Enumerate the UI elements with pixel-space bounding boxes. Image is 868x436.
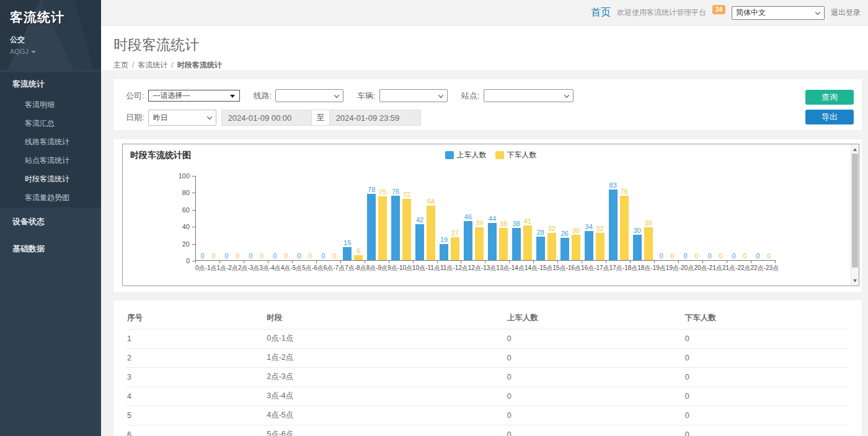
bar-group: 2832 — [534, 176, 558, 260]
x-axis-label: 6点-7点 — [324, 264, 345, 272]
bar-up: 19 — [440, 244, 448, 260]
scroll-up-arrow[interactable] — [851, 145, 859, 154]
bar-value: 0 — [321, 252, 325, 259]
vehicle-label: 车辆: — [357, 90, 376, 102]
bar-down: 32 — [547, 233, 556, 260]
axis-tick — [268, 261, 293, 263]
bar-group: 00 — [679, 176, 703, 260]
y-axis-label: 60 — [167, 206, 190, 214]
x-axis-label: 18点-19点 — [637, 264, 666, 272]
x-axis-label: 20点-21点 — [694, 264, 722, 272]
bar-value: 0 — [284, 252, 288, 259]
table-cell: 0点-1点 — [265, 329, 505, 349]
welcome-text: 欢迎使用客流统计管理平台 — [617, 7, 706, 18]
logout-link[interactable]: 退出登录 — [831, 7, 861, 18]
line-select[interactable] — [275, 89, 343, 102]
bar-value: 0 — [743, 252, 746, 259]
breadcrumb-separator: / — [171, 61, 173, 69]
date-preset-select[interactable]: 昨日 — [148, 110, 216, 126]
user-dropdown[interactable]: AQGJ — [10, 48, 91, 55]
y-axis-label: 0 — [167, 257, 190, 264]
table-cell: 1点-2点 — [265, 349, 505, 368]
chart-title: 时段车流统计图 — [130, 150, 191, 161]
axis-tick — [655, 261, 679, 263]
table-header-cell: 序号 — [126, 308, 265, 329]
bar-up: 38 — [512, 228, 521, 260]
bar-value: 0 — [236, 252, 239, 259]
sidebar-item-section[interactable]: 基础数据 — [0, 236, 101, 262]
scroll-down-arrow[interactable] — [851, 276, 859, 285]
bar-value: 0 — [308, 252, 312, 259]
table-row: 21点-2点00 — [126, 349, 849, 368]
bar-value: 32 — [548, 225, 556, 232]
axis-tick — [192, 227, 195, 227]
date-end-input[interactable]: 2024-01-09 23:59 — [329, 110, 421, 126]
station-filter: 站点: — [461, 89, 574, 102]
x-axis-label: 17点-18点 — [609, 264, 638, 272]
table-cell: 1 — [126, 329, 265, 349]
triangle-down-icon — [230, 95, 235, 98]
bar-value: 0 — [707, 252, 711, 259]
bar-group: 00 — [655, 176, 679, 260]
table-cell: 0 — [506, 425, 684, 436]
bar-down: 39 — [475, 227, 484, 260]
table-cell: 0 — [684, 349, 849, 368]
date-label: 日期: — [126, 112, 144, 123]
station-select[interactable] — [484, 89, 574, 102]
bar-value: 30 — [634, 227, 641, 234]
axis-tick — [192, 261, 195, 261]
chart-box: 时段车流统计图 上车人数 下车人数 0000000000001567875767… — [122, 144, 859, 286]
bar-value: 0 — [671, 252, 675, 259]
bar-up: 26 — [560, 238, 569, 260]
date-start-input[interactable]: 2024-01-09 00:00 — [221, 110, 312, 126]
sidebar-item-link[interactable]: 站点客流统计 — [0, 152, 101, 170]
table-row: 54点-5点00 — [126, 406, 849, 425]
sidebar-nav: 客流统计客流明细客流汇总线路客流统计站点客流统计时段客流统计客流量趋势图设备状态… — [0, 72, 101, 262]
axis-tick — [703, 261, 727, 263]
bar-value: 0 — [211, 252, 215, 259]
chevron-down-icon — [206, 115, 211, 120]
sidebar-item-section[interactable]: 客流统计 — [0, 72, 101, 96]
breadcrumb: 主页/客流统计/时段客流统计 — [113, 60, 856, 71]
vehicle-filter: 车辆: — [357, 89, 448, 102]
scroll-thumb[interactable] — [852, 154, 858, 268]
table-panel: 序号时段上车人数下车人数 10点-1点0021点-2点0032点-3点0043点… — [113, 300, 862, 436]
language-select[interactable]: 简体中文 — [732, 6, 825, 20]
bar-group: 3039 — [631, 176, 655, 260]
sidebar-item-link[interactable]: 客流汇总 — [0, 115, 101, 133]
sidebar-item-link[interactable]: 客流量趋势图 — [0, 189, 101, 207]
home-link[interactable]: 首页 — [591, 6, 611, 19]
breadcrumb-item[interactable]: 客流统计 — [138, 61, 167, 69]
bar-value: 64 — [427, 198, 435, 205]
bar-value: 0 — [719, 252, 722, 259]
axis-tick — [220, 261, 244, 263]
export-button[interactable]: 导出 — [805, 110, 854, 124]
bar-value: 0 — [297, 252, 301, 259]
x-axis-labels: 0点-1点1点-2点2点-3点3点-4点4点-5点5点-6点6点-7点7点-8点… — [195, 264, 776, 272]
bar-down: 72 — [402, 199, 411, 260]
table-cell: 0 — [684, 387, 849, 406]
axis-tick — [606, 261, 631, 263]
filter-panel: 公司: ---请选择--- 线路: 车辆: — [113, 79, 862, 130]
bar-group: 00 — [727, 176, 751, 260]
sidebar-item-section[interactable]: 设备状态 — [0, 209, 101, 235]
notification-badge[interactable]: 34 — [712, 5, 725, 14]
query-button[interactable]: 查询 — [805, 90, 854, 105]
bar-up: 42 — [415, 224, 424, 260]
chart-scrollbar[interactable] — [851, 144, 859, 286]
sidebar-item-link[interactable]: 线路客流统计 — [0, 133, 101, 152]
sidebar-item-link[interactable]: 客流明细 — [0, 96, 101, 115]
axis-tick — [244, 261, 268, 263]
bar-value: 19 — [440, 236, 448, 243]
bar-value: 0 — [694, 252, 698, 259]
x-axis-label: 21点-22点 — [722, 264, 751, 272]
company-select[interactable]: ---请选择--- — [148, 90, 240, 102]
sidebar-item-link[interactable]: 时段客流统计 — [0, 170, 101, 189]
caret-down-icon — [31, 51, 36, 53]
table-cell: 4点-5点 — [265, 406, 505, 425]
breadcrumb-item[interactable]: 主页 — [113, 61, 128, 69]
axis-tick — [196, 261, 220, 263]
vehicle-select[interactable] — [379, 89, 448, 102]
bar-up: 30 — [633, 235, 642, 260]
table-cell: 2 — [126, 349, 265, 368]
